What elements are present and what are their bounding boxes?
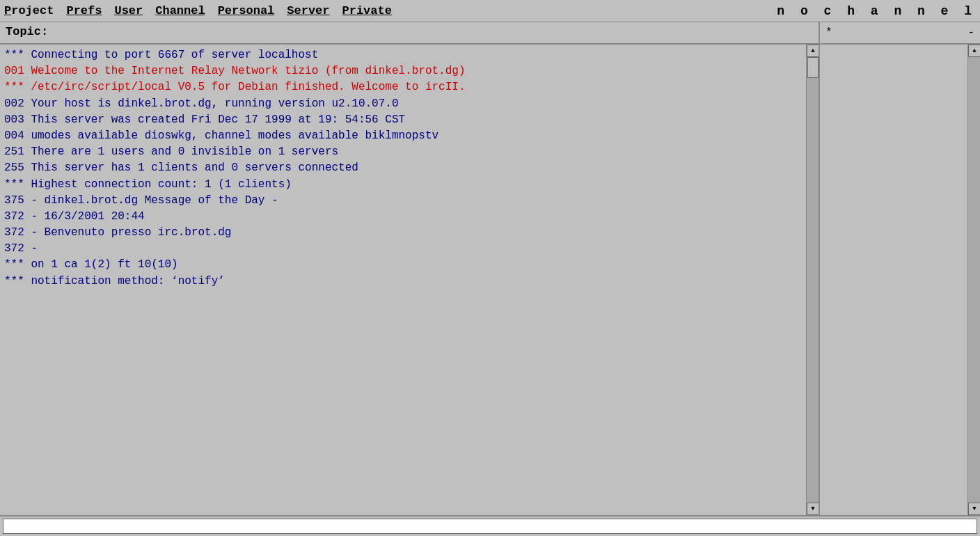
right-panel-header: * - xyxy=(820,22,980,45)
chat-scrollbar: ▲ ▼ xyxy=(806,45,819,515)
input-field[interactable] xyxy=(3,519,977,534)
menu-prefs[interactable]: Prefs xyxy=(66,4,102,17)
no-channel-label: n o c h a n n e l xyxy=(777,4,976,18)
chat-message-m15: *** notification method: ‘notify’ xyxy=(4,274,802,290)
chat-message-m5: 003 This server was created Fri Dec 17 1… xyxy=(4,112,802,128)
menu-personal[interactable]: Personal xyxy=(218,4,275,17)
right-scroll-down-button[interactable]: ▼ xyxy=(968,503,980,515)
scroll-thumb[interactable] xyxy=(807,57,819,78)
right-minus-label: - xyxy=(967,26,974,39)
input-bar xyxy=(0,515,980,536)
right-panel: * - ▲ ▼ xyxy=(820,22,980,515)
right-scrollbar: ▲ ▼ xyxy=(967,45,980,515)
chat-message-m11: 372 - 16/3/2001 20:44 xyxy=(4,209,802,225)
chat-message-m10: 375 - dinkel.brot.dg Message of the Day … xyxy=(4,193,802,209)
chat-message-m6: 004 umodes available dioswkg, channel mo… xyxy=(4,128,802,144)
chat-with-scrollbar: *** Connecting to port 6667 of server lo… xyxy=(0,45,819,515)
chat-message-m13: 372 - xyxy=(4,241,802,257)
menu-server[interactable]: Server xyxy=(287,4,329,17)
right-scroll-up-button[interactable]: ▲ xyxy=(968,45,980,57)
left-panel: Topic: *** Connecting to port 6667 of se… xyxy=(0,22,820,515)
topic-label: Topic: xyxy=(6,25,48,38)
chat-message-m4: 002 Your host is dinkel.brot.dg, running… xyxy=(4,96,802,112)
right-list-area xyxy=(820,45,967,515)
chat-message-m3: *** /etc/irc/script/local V0.5 for Debia… xyxy=(4,79,802,95)
chat-message-m14: *** on 1 ca 1(2) ft 10(10) xyxy=(4,257,802,273)
menu-channel[interactable]: Channel xyxy=(155,4,205,17)
chat-area[interactable]: *** Connecting to port 6667 of server lo… xyxy=(0,45,806,515)
chat-message-m1: *** Connecting to port 6667 of server lo… xyxy=(4,47,802,63)
right-star-label: * xyxy=(825,26,832,39)
chat-message-m12: 372 - Benvenuto presso irc.brot.dg xyxy=(4,225,802,241)
chat-message-m7: 251 There are 1 users and 0 invisible on… xyxy=(4,144,802,160)
chat-message-m8: 255 This server has 1 clients and 0 serv… xyxy=(4,160,802,176)
scroll-track xyxy=(807,57,819,503)
scroll-up-button[interactable]: ▲ xyxy=(807,45,819,57)
menubar: Project Prefs User Channel Personal Serv… xyxy=(0,0,980,22)
topic-bar: Topic: xyxy=(0,22,819,45)
chat-message-m9: *** Highest connection count: 1 (1 clien… xyxy=(4,177,802,193)
right-scroll-track xyxy=(968,57,980,503)
main-layout: Topic: *** Connecting to port 6667 of se… xyxy=(0,22,980,515)
menu-user[interactable]: User xyxy=(114,4,143,17)
menu-project[interactable]: Project xyxy=(4,4,54,17)
right-panel-body: ▲ ▼ xyxy=(820,45,980,515)
menu-private[interactable]: Private xyxy=(342,4,392,17)
chat-messages: *** Connecting to port 6667 of server lo… xyxy=(4,47,802,290)
scroll-down-button[interactable]: ▼ xyxy=(807,503,819,515)
chat-message-m2: 001 Welcome to the Internet Relay Networ… xyxy=(4,63,802,79)
